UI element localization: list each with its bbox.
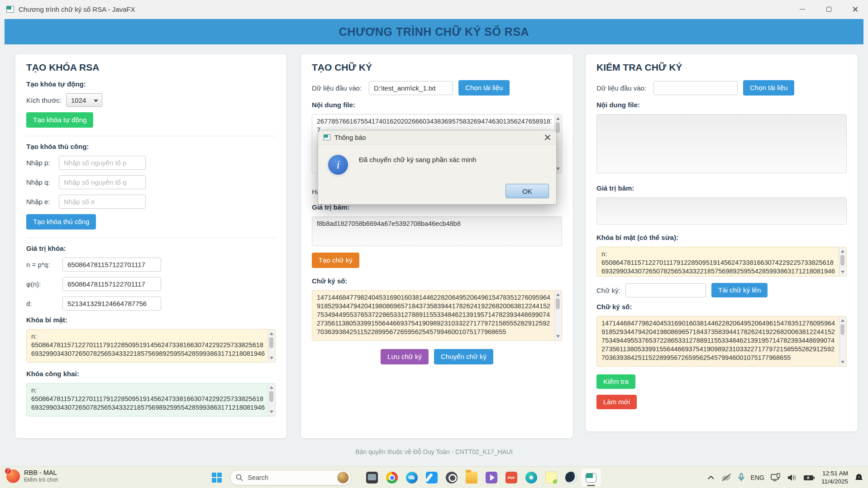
choose-file-button[interactable]: Chọn tài liệu [458,80,510,96]
signature-box[interactable]: 1471446847798240453169016038144622820649… [312,290,562,341]
language-indicator[interactable]: ENG [751,474,764,481]
p-label: Nhập p: [26,159,59,167]
private-key-label: Khóa bí mật: [26,316,276,324]
d-label: d: [26,300,62,307]
verify-input-data-label: Dữ liệu đầu vào: [596,84,653,92]
q-label: Nhập q: [26,178,59,186]
auto-generate-button[interactable]: Tạo khóa tự động [26,112,93,128]
notification-badge: 7 [5,468,11,474]
key-generation-panel: TẠO KHÓA RSA Tạo khóa tự động: Kích thướ… [15,53,287,439]
verify-choose-file-button[interactable]: Chọn tài liệu [743,80,794,96]
maximize-button[interactable] [816,0,842,19]
javafx-app-icon [586,473,596,483]
scrollbar[interactable] [268,330,275,362]
file-path-input[interactable] [369,81,453,95]
auto-key-label: Tạo khóa tự động: [26,80,276,88]
window-title: Chương trình chữ ký số RSA - JavaFX [19,5,135,13]
scrollbar[interactable] [839,317,846,366]
battery-icon[interactable] [803,474,815,481]
signature-upload-input[interactable] [625,283,706,297]
n-label: n = p*q: [26,261,62,268]
taskbar-app-pdf[interactable] [501,469,521,487]
search-input[interactable]: Search [230,470,351,485]
phi-input[interactable] [62,277,161,291]
info-icon: i [328,155,348,175]
signature-label: Chữ ký số: [312,277,562,285]
vscode-icon [426,472,438,483]
private-key-box[interactable]: n: 6508647811571227011179122850951914562… [26,329,276,363]
minimize-button[interactable] [789,0,816,19]
q-input[interactable] [59,175,146,189]
screen-app-icon [366,472,378,483]
visual-studio-icon [486,472,497,483]
taskbar-app-eclipse[interactable] [561,469,581,487]
create-signature-button[interactable]: Tạo chữ ký [312,253,359,268]
verify-file-path-input[interactable] [653,81,738,95]
minimize-icon [800,9,805,10]
manual-generate-button[interactable]: Tạo khóa thủ công [26,214,96,230]
dialog-ok-button[interactable]: OK [506,184,549,198]
key-size-label: Kích thước: [26,96,66,104]
d-input[interactable] [62,297,161,311]
onedrive-paused-icon[interactable] [721,474,732,482]
dialog-app-icon [324,134,330,140]
verify-hash-box[interactable] [596,197,847,225]
copyright-text: Bản quyền thuộc về Đỗ Duy Toàn - CNTT02_… [0,448,868,455]
taskbar-app-obs[interactable] [442,469,462,487]
input-data-label: Dữ liệu đầu vào: [312,84,369,92]
taskbar-app-teal[interactable] [521,469,541,487]
manual-key-label: Tạo khóa thủ công: [26,143,276,150]
taskbar-app-explorer[interactable] [462,469,482,487]
scrollbar[interactable] [268,384,275,416]
search-highlight-icon [337,472,349,483]
microphone-icon[interactable] [738,473,744,482]
taskbar-app-edge[interactable] [402,469,422,487]
public-key-label: Khóa công khai: [26,370,276,378]
key-size-value: 1024 [71,96,86,104]
app-header: CHƯƠNG TRÌNH CHỮ KÝ SỐ RSA [5,19,863,44]
speaker-icon[interactable] [787,474,797,482]
scrollbar[interactable] [554,291,561,340]
scrollbar[interactable] [839,248,846,276]
n-input[interactable] [62,258,161,272]
divider [26,136,276,136]
verify-button[interactable]: Kiểm tra [596,374,635,389]
upload-signature-button[interactable]: Tải chữ ký lên [711,283,768,297]
dialog-close-icon[interactable] [544,134,551,141]
dialog-titlebar: Thông báo [318,130,556,145]
widgets-button[interactable]: 7 RBB - MAL Điểm trò chơi [6,469,58,484]
verify-file-content-box[interactable] [596,114,847,173]
taskbar-app-visual-studio[interactable] [482,469,501,487]
hidden-icons-chevron-icon[interactable] [707,475,715,480]
taskbar-app-vscode[interactable] [422,469,442,487]
signature-text: 1471446847798240453169016038144622820649… [317,293,552,339]
verify-signature-box[interactable]: 1471446847798240453169016038144622820649… [596,316,847,367]
e-input[interactable] [59,195,146,209]
focus-assist-bell-icon[interactable]: z [854,473,863,482]
public-key-box[interactable]: n: 6508647811571227011179122850951914562… [26,383,276,416]
p-input[interactable] [59,156,146,170]
key-size-select[interactable]: 1024 [66,93,102,107]
verify-panel-title: KIỂM TRA CHỮ KÝ [596,62,847,73]
save-signature-button[interactable]: Lưu chữ ký [381,349,429,364]
verify-hash-label: Giá trị băm: [596,184,847,192]
taskbar-app-chrome[interactable] [382,469,402,487]
start-button[interactable] [212,473,222,483]
verify-private-key-box[interactable]: n: 6508647811571227011179122850951914562… [596,247,847,277]
date-text: 11/4/2025 [821,478,848,486]
cast-screen-icon[interactable] [771,473,781,482]
taskbar-app-notes[interactable] [541,469,561,487]
close-button[interactable] [842,0,868,19]
reset-button[interactable]: Làm mới [596,395,637,409]
taskbar-app-javafx-active[interactable] [581,469,601,487]
chevron-down-icon [94,100,98,102]
dialog-title: Thông báo [334,134,366,141]
taskbar-app-screen[interactable] [362,469,382,487]
hash-value-box[interactable]: f8b8ad1827058b6694a67e5392708ba46ecb48b8 [312,216,562,246]
transfer-signature-button[interactable]: Chuyển chữ ký [434,349,493,364]
verify-private-key-label: Khóa bí mật (có thể sửa): [596,234,847,241]
app-window-icon [6,6,14,13]
clock[interactable]: 12:51 AM 11/4/2025 [821,469,848,485]
verification-panel: KIỂM TRA CHỮ KÝ Dữ liệu đầu vào: Chọn tà… [585,53,858,432]
public-key-text: n: 6508647811571227011179122850951914562… [31,386,265,414]
